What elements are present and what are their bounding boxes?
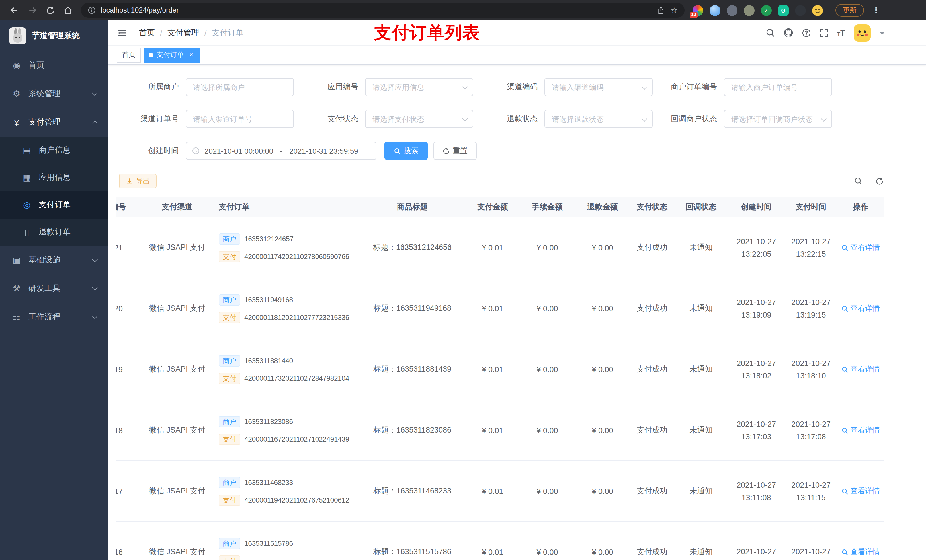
extension-emoji-icon[interactable] [812,5,823,16]
address-bar[interactable]: localhost:1024/pay/order ☆ [81,3,684,18]
filter-merchant-order-no: 商户订单编号 [654,78,832,96]
extension-colorful-icon[interactable]: 10 [693,5,703,16]
sidebar-item-app-info[interactable]: ▦ 应用信息 [0,164,108,191]
cell-channel: 微信 JSAPI 支付 [141,461,213,521]
channel-code-input[interactable] [545,78,653,96]
bookmark-star-icon[interactable]: ☆ [670,6,678,15]
view-detail-link[interactable]: 查看详情 [841,486,880,496]
cell-id: 17 [116,461,141,521]
breadcrumb-home[interactable]: 首页 [139,27,155,38]
help-icon[interactable] [802,28,811,37]
extension-drop-icon[interactable] [710,5,720,16]
tab-label: 支付订单 [157,50,184,60]
filter-app-no: 应用编号 [295,78,473,96]
col-header-amount: 支付金额 [466,202,519,212]
view-detail-link[interactable]: 查看详情 [841,425,880,435]
cell-pay-time: 2021-10-2713:11:15 [785,461,837,521]
browser-menu-icon[interactable]: ⋮ [872,5,881,15]
close-icon[interactable]: × [188,51,195,59]
pay-order-tag: 支付 [219,494,240,506]
extension-dark-icon[interactable] [795,5,806,16]
sidebar-item-dev-tools[interactable]: ⚒ 研发工具 [0,274,108,303]
search-button[interactable]: 搜索 [384,142,428,160]
merchant-input[interactable] [186,78,294,96]
forward-icon[interactable] [27,5,38,15]
view-detail-link[interactable]: 查看详情 [841,242,880,253]
filter-label: 应用编号 [295,82,358,92]
refund-status-select [545,110,653,128]
extension-olive-icon[interactable] [744,5,755,16]
view-detail-link[interactable]: 查看详情 [841,547,880,557]
reset-button[interactable]: 重置 [433,142,477,160]
cell-order: 商户 1635311823086 支付 42000011672021102710… [213,400,358,460]
tab-pay-order[interactable]: 支付订单 × [144,48,200,62]
update-button[interactable]: 更新 [835,4,864,17]
app-logo[interactable]: 芋道管理系统 [0,21,108,51]
sidebar-item-system[interactable]: ⚙ 系统管理 [0,80,108,108]
font-size-icon[interactable]: TT [837,28,845,37]
share-icon[interactable] [657,6,666,15]
sidebar-item-pay-order[interactable]: ◎ 支付订单 [0,191,108,219]
filter-row-2: 渠道订单号 支付状态 退款状态 [116,110,918,128]
tab-home[interactable]: 首页 [117,48,141,62]
cell-refund: ¥ 0.00 [576,339,629,400]
pay-order-tag: 支付 [219,555,240,560]
merchant-order-tag: 商户 [219,294,240,305]
cell-amount: ¥ 0.01 [466,461,519,521]
table-row: 16 微信 JSAPI 支付 商户 1635311515786 支付 标题：16… [116,522,884,560]
merchant-order-no-input[interactable] [724,78,832,96]
sidebar-item-label: 支付管理 [29,117,61,127]
back-icon[interactable] [9,5,20,15]
view-detail-link[interactable]: 查看详情 [841,303,880,314]
home-icon[interactable] [63,5,73,15]
hamburger-icon[interactable] [108,27,136,38]
sidebar-item-infrastructure[interactable]: ▣ 基础设施 [0,246,108,274]
cell-create-time: 2021-10-2713:18:02 [727,339,785,400]
github-icon[interactable] [784,28,793,38]
cell-notify: 未通知 [675,217,727,278]
cell-order: 商户 1635311881440 支付 42000011732021102728… [213,339,358,400]
topbar: 首页 / 支付管理 / 支付订单 支付订单列表 [108,21,926,45]
reload-icon[interactable] [45,5,55,15]
cell-create-time: 2021-10-2713:11:08 [727,461,785,521]
sidebar-item-workflow[interactable]: ☷ 工作流程 [0,303,108,331]
breadcrumb-payment[interactable]: 支付管理 [168,27,199,38]
extensions-area: 10 ✓ G [693,5,823,16]
pay-status-input[interactable] [365,110,473,128]
merchant-order-tag: 商户 [219,477,240,488]
avatar-caret-icon[interactable] [879,32,885,37]
sidebar-item-merchant-info[interactable]: ▤ 商户信息 [0,137,108,164]
merchant-order-no: 1635311823086 [244,417,293,426]
refund-status-input[interactable] [545,110,653,128]
cell-amount: ¥ 0.01 [466,522,519,560]
grid-icon: ▦ [22,172,32,183]
channel-order-no-input[interactable] [186,110,294,128]
browser-toolbar: localhost:1024/pay/order ☆ 10 ✓ G 更新 ⋮ [0,0,926,21]
search-icon[interactable] [766,28,775,38]
cell-fee: ¥ 0.00 [519,461,576,521]
callback-status-select [724,110,832,128]
sidebar-item-refund-order[interactable]: ▯ 退款订单 [0,219,108,246]
callback-status-input[interactable] [724,110,832,128]
view-detail-link[interactable]: 查看详情 [841,364,880,374]
table-tools [854,177,918,186]
table-search-icon[interactable] [854,177,863,186]
fullscreen-icon[interactable] [820,28,829,37]
site-info-icon[interactable] [88,6,96,14]
export-button[interactable]: 导出 [119,174,157,189]
merchant-order-tag: 商户 [219,537,240,549]
sidebar-item-home[interactable]: ◉ 首页 [0,51,108,80]
create-time-range-picker[interactable]: 2021-10-01 00:00:00 - 2021-10-31 23:59:5… [186,142,377,160]
extension-green-square-icon[interactable]: G [778,5,789,16]
app-no-input[interactable] [365,78,473,96]
table-toolbar: 导出 [116,174,918,189]
filter-channel-code: 渠道编码 [475,78,653,96]
avatar[interactable] [854,24,871,41]
cell-action: 查看详情 [837,217,884,278]
sidebar-item-payment[interactable]: ¥ 支付管理 [0,108,108,137]
extension-check-icon[interactable]: ✓ [761,5,772,16]
filter-callback-status: 回调商户状态 [654,110,832,128]
col-header-notify: 回调状态 [675,202,727,212]
table-refresh-icon[interactable] [875,177,884,186]
extension-gray-icon[interactable] [727,5,737,16]
